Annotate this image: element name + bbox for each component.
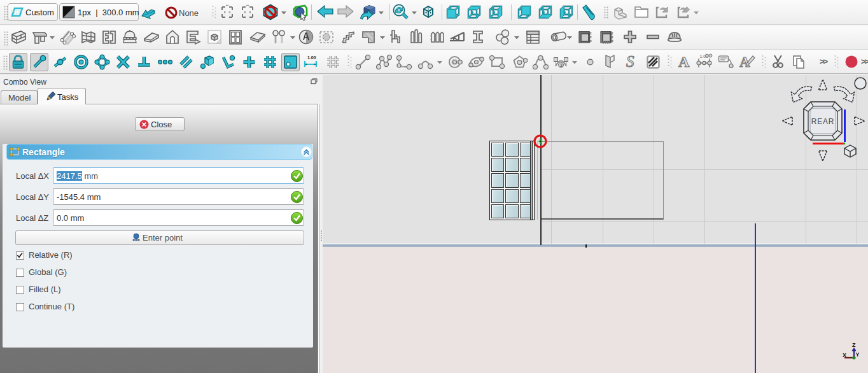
svg-text:Z: Z bbox=[852, 342, 856, 348]
svg-text:REAR: REAR bbox=[811, 117, 835, 126]
svg-text:S: S bbox=[626, 53, 634, 70]
svg-text:1.00: 1.00 bbox=[307, 55, 316, 60]
svg-text:Y: Y bbox=[856, 351, 860, 358]
svg-text:3: 3 bbox=[559, 62, 562, 67]
svg-text:A: A bbox=[678, 53, 690, 70]
svg-text:X: X bbox=[843, 352, 846, 358]
